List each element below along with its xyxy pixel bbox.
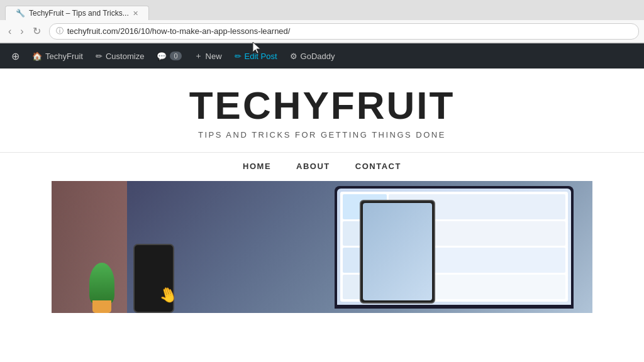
site-name-item[interactable]: 🏠 TechyFruit bbox=[26, 43, 89, 69]
godaddy-item[interactable]: ⚙ GoDaddy bbox=[284, 43, 341, 69]
wp-logo-icon: ⊕ bbox=[11, 50, 19, 62]
address-bar[interactable]: ⓘ techyfruit.com/2016/10/how-to-make-an-… bbox=[49, 23, 639, 40]
browser-tab[interactable]: 🔧 TechyFruit – Tips and Tricks... ✕ bbox=[5, 6, 149, 20]
tablet-screen bbox=[363, 203, 432, 300]
wp-admin-bar: ⊕ 🏠 TechyFruit ✏ Customize 💬 0 ＋ New ✏ E… bbox=[0, 43, 644, 69]
wp-logo-item[interactable]: ⊕ bbox=[5, 43, 26, 69]
comments-count: 0 bbox=[170, 52, 181, 60]
tablet-device bbox=[360, 200, 435, 304]
forward-button[interactable]: › bbox=[17, 25, 26, 38]
godaddy-icon: ⚙ bbox=[290, 52, 297, 61]
site-name-label: TechyFruit bbox=[45, 52, 83, 61]
edit-post-icon: ✏ bbox=[235, 52, 242, 61]
site-header: TECHYFRUIT TIPS AND TRICKS FOR GETTING T… bbox=[189, 69, 455, 150]
reload-button[interactable]: ↻ bbox=[30, 24, 44, 38]
customize-label: Customize bbox=[106, 52, 144, 61]
nav-buttons: ‹ › ↻ bbox=[5, 24, 44, 38]
site-title: TECHYFRUIT bbox=[189, 86, 455, 125]
url-text: techyfruit.com/2016/10/how-to-make-an-ap… bbox=[67, 26, 291, 36]
edit-post-item[interactable]: ✏ Edit Post bbox=[228, 43, 284, 69]
tab-bar: 🔧 TechyFruit – Tips and Tricks... ✕ bbox=[0, 0, 644, 20]
plant-pot bbox=[92, 300, 111, 313]
customize-icon: ✏ bbox=[96, 52, 103, 61]
browser-chrome: 🔧 TechyFruit – Tips and Tricks... ✕ ‹ › … bbox=[0, 0, 644, 43]
edit-post-label: Edit Post bbox=[245, 52, 277, 61]
nav-contact[interactable]: CONTACT bbox=[355, 162, 401, 171]
comments-icon: 💬 bbox=[157, 52, 167, 61]
new-item[interactable]: ＋ New bbox=[188, 43, 228, 69]
nav-about[interactable]: ABOUT bbox=[296, 162, 330, 171]
godaddy-label: GoDaddy bbox=[301, 52, 335, 61]
site-content: TECHYFRUIT TIPS AND TRICKS FOR GETTING T… bbox=[0, 69, 644, 313]
nav-home[interactable]: HOME bbox=[243, 162, 271, 171]
address-bar-row: ‹ › ↻ ⓘ techyfruit.com/2016/10/how-to-ma… bbox=[0, 20, 644, 43]
tab-favicon: 🔧 bbox=[16, 9, 25, 18]
back-button[interactable]: ‹ bbox=[5, 25, 14, 38]
info-icon: ⓘ bbox=[56, 26, 64, 36]
customize-item[interactable]: ✏ Customize bbox=[89, 43, 150, 69]
comments-item[interactable]: 💬 0 bbox=[150, 43, 187, 69]
new-plus-icon: ＋ bbox=[194, 50, 203, 62]
site-tagline: TIPS AND TRICKS FOR GETTING THINGS DONE bbox=[189, 130, 455, 140]
plant-leaves bbox=[89, 263, 114, 304]
tab-close-button[interactable]: ✕ bbox=[133, 9, 138, 18]
tab-title: TechyFruit – Tips and Tricks... bbox=[29, 9, 129, 18]
plant-decoration bbox=[89, 263, 114, 313]
site-name-icon: 🏠 bbox=[32, 52, 42, 61]
hero-image: 🤚 bbox=[52, 181, 592, 313]
site-nav: HOME ABOUT CONTACT bbox=[0, 152, 644, 181]
new-label: New bbox=[206, 52, 222, 61]
